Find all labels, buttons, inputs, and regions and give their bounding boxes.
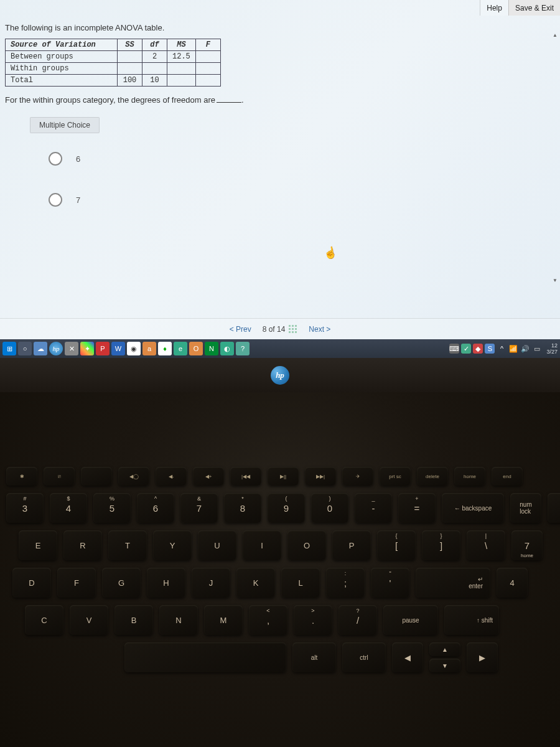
prev-button[interactable]: < Prev: [230, 325, 251, 334]
cell-df: [142, 63, 167, 75]
key-fn: ✈: [342, 467, 373, 486]
cell-f: [195, 51, 220, 63]
powerpoint-icon[interactable]: P: [96, 342, 110, 355]
chevron-up-icon[interactable]: ^: [497, 344, 506, 354]
help-icon[interactable]: ?: [236, 342, 250, 355]
scroll-down-icon[interactable]: ▼: [551, 276, 559, 284]
key-number: _-: [355, 493, 392, 523]
key-letter: B: [114, 605, 153, 635]
key-shift: ↑ shift: [444, 605, 499, 635]
fn-row: ✱ ⎚ ◀◯ ◀- ◀+ |◀◀ ▶|| ▶▶| ✈ prt sc delete…: [0, 467, 560, 486]
cell-ms: 12.5: [167, 51, 196, 63]
blank-line: [217, 95, 241, 103]
cortana-icon[interactable]: ○: [18, 342, 32, 355]
table-row: Total 100 10: [6, 75, 221, 87]
hp-logo-icon: hp: [271, 366, 289, 385]
key-fn: ⎚: [44, 467, 75, 486]
qwerty-row: E R T Y U I O P {[ }] |\ 7home: [0, 530, 560, 560]
key-bracket: }]: [422, 530, 460, 560]
key-ctrl: ctrl: [342, 642, 386, 672]
key-number: %5: [93, 493, 131, 523]
word-icon[interactable]: W: [111, 342, 125, 355]
key-number: ^6: [137, 493, 174, 523]
option-row[interactable]: 7: [49, 193, 555, 207]
key-period: >.: [294, 605, 332, 635]
cell-f: [195, 63, 220, 75]
key-letter: I: [243, 530, 281, 560]
key-numpad: 4: [497, 568, 528, 598]
physical-keyboard: ✱ ⎚ ◀◯ ◀- ◀+ |◀◀ ▶|| ▶▶| ✈ prt sc delete…: [0, 392, 560, 747]
onenote-icon[interactable]: N: [205, 342, 218, 355]
key-letter: K: [236, 568, 275, 598]
key-bracket: {[: [377, 530, 416, 560]
app-icon[interactable]: ◐: [220, 342, 234, 355]
radio-icon[interactable]: [49, 193, 62, 207]
table-row: Between groups 2 12.5: [6, 51, 221, 63]
cloud-icon[interactable]: ☁: [34, 342, 47, 355]
radio-icon[interactable]: [49, 152, 62, 166]
key-semi: :;: [326, 568, 365, 598]
option-row[interactable]: 6: [49, 152, 555, 166]
key-letter: O: [287, 530, 326, 560]
key-space: [124, 642, 286, 672]
key-fn: ▶||: [268, 467, 299, 486]
key-fn: ✱: [6, 467, 37, 486]
key-letter: H: [147, 568, 185, 598]
key-numlock: num lock: [510, 493, 541, 523]
scrollbar[interactable]: ▲ ▼: [551, 31, 559, 284]
key-fn: [81, 467, 112, 486]
grid-icon[interactable]: [289, 325, 297, 334]
tray-icon[interactable]: ✓: [461, 344, 471, 354]
battery-icon[interactable]: ▭: [532, 344, 542, 354]
edge-icon[interactable]: e: [174, 342, 187, 355]
help-button[interactable]: Help: [480, 0, 508, 16]
close-app-icon[interactable]: ✕: [65, 342, 78, 355]
clock[interactable]: 12 3/27: [546, 342, 558, 355]
key-quote: "': [371, 568, 409, 598]
key-arrow-right: ▶: [467, 642, 498, 672]
chrome-icon[interactable]: ◉: [127, 342, 141, 355]
key-letter: T: [108, 530, 147, 560]
tray-icon[interactable]: ◆: [473, 344, 483, 354]
zxcv-row: C V B N M <, >. ?/ pause ↑ shift: [0, 605, 560, 635]
start-icon[interactable]: ⊞: [2, 342, 16, 355]
keyboard-tray-icon[interactable]: ⌨: [449, 344, 459, 354]
key-pipe: |\: [467, 530, 505, 560]
key-letter: L: [281, 568, 320, 598]
key-arrow-up: ▲: [429, 642, 460, 656]
volume-icon[interactable]: 🔊: [520, 344, 530, 354]
office-icon[interactable]: O: [189, 342, 203, 355]
key-fn: delete: [417, 467, 448, 486]
key-number: *8: [224, 493, 261, 523]
laptop-bezel: hp: [0, 358, 560, 392]
key-number: #3: [6, 493, 44, 523]
system-tray[interactable]: ⌨ ✓ ◆ S ^ 📶 🔊 ▭ 12 3/27: [449, 342, 558, 355]
amazon-icon[interactable]: a: [142, 342, 156, 355]
cell-src: Total: [6, 75, 118, 87]
key-number: $4: [50, 493, 87, 523]
question-prompt: For the within groups category, the degr…: [5, 95, 555, 105]
key-letter: N: [159, 605, 198, 635]
key-fn: ◀+: [193, 467, 224, 486]
app-icon[interactable]: ✦: [80, 342, 94, 355]
cursor-icon: ☝: [322, 245, 338, 260]
key-fn: prt sc: [380, 467, 411, 486]
hp-icon[interactable]: hp: [49, 342, 63, 355]
wifi-icon[interactable]: 📶: [508, 344, 518, 354]
key-letter: G: [102, 568, 141, 598]
key-letter: C: [25, 605, 63, 635]
col-header-df: df: [142, 39, 167, 51]
scroll-up-icon[interactable]: ▲: [551, 31, 559, 39]
key-qmark: ?/: [338, 605, 377, 635]
cell-df: 2: [142, 51, 167, 63]
prompt-text: For the within groups category, the degr…: [5, 95, 215, 105]
laptop-screen: Help Save & Exit The following is an inc…: [0, 0, 560, 339]
save-exit-button[interactable]: Save & Exit: [508, 0, 560, 16]
app-icon[interactable]: ♦: [158, 342, 172, 355]
tray-icon[interactable]: S: [485, 344, 495, 354]
next-button[interactable]: Next >: [309, 325, 330, 334]
col-header-source: Source of Variation: [6, 39, 118, 51]
key-letter: F: [57, 568, 96, 598]
key-number: +=: [398, 493, 436, 523]
key-fn: ◀◯: [118, 467, 149, 486]
